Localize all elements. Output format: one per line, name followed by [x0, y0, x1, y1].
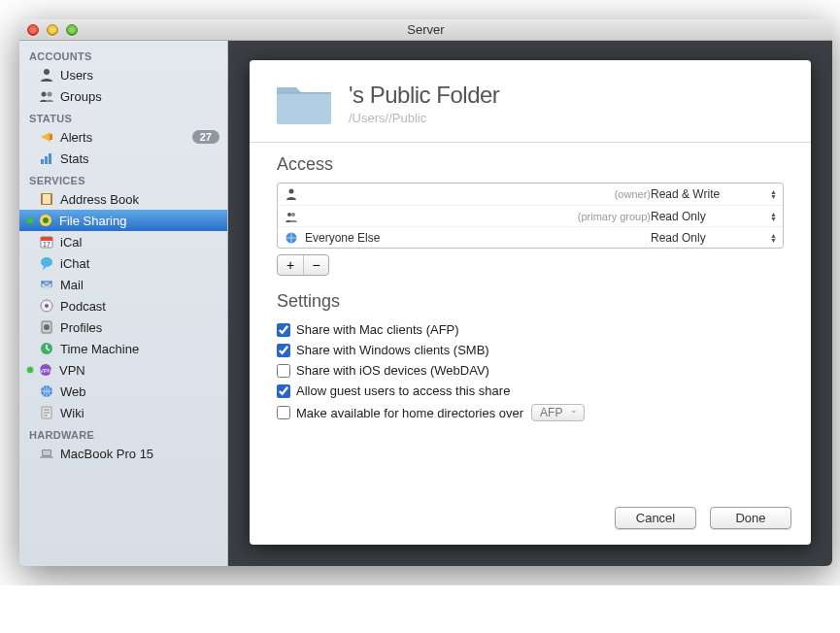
sidebar-item-ichat[interactable]: iChat — [19, 252, 227, 274]
share-path: /Users//Public — [349, 111, 788, 125]
sidebar-item-timemachine[interactable]: Time Machine — [19, 338, 227, 359]
sidebar-item-alerts[interactable]: Alerts 27 — [19, 126, 227, 148]
access-permission[interactable]: Read Only ▲▼ — [651, 210, 777, 223]
window-title: Server — [19, 22, 832, 37]
setting-label: Share with Windows clients (SMB) — [296, 343, 489, 357]
vpn-icon: VPN — [38, 362, 53, 378]
sidebar-section-status: STATUS — [19, 107, 227, 126]
main-content: 's Public Folder /Users//Public Access — [228, 41, 832, 566]
add-remove-control: + − — [277, 254, 329, 276]
setting-homedirs[interactable]: Make available for home directories over… — [277, 401, 784, 424]
svg-rect-8 — [43, 194, 50, 204]
user-icon — [39, 67, 54, 83]
svg-point-1 — [42, 92, 47, 97]
stats-icon — [39, 150, 54, 166]
svg-point-30 — [287, 213, 291, 217]
done-button[interactable]: Done — [710, 507, 791, 529]
access-type: (owner) — [615, 188, 651, 200]
sidebar-item-label: Alerts — [60, 130, 192, 145]
sidebar-item-mail[interactable]: Mail — [19, 274, 227, 295]
access-row-group[interactable]: (primary group) Read Only ▲▼ — [278, 205, 783, 226]
sidebar-section-hardware: HARDWARE — [19, 423, 227, 443]
sidebar-item-label: Web — [60, 384, 219, 399]
checkbox-guest[interactable] — [277, 384, 290, 398]
settings-section: Settings Share with Mac clients (AFP) Sh… — [250, 280, 811, 428]
svg-text:17: 17 — [43, 241, 50, 248]
access-section: Access (owner) Read & Write ▲▼ — [250, 143, 811, 280]
sidebar-item-users[interactable]: Users — [19, 64, 227, 85]
svg-point-14 — [41, 257, 52, 267]
sidebar-item-vpn[interactable]: VPN VPN — [19, 359, 227, 381]
sidebar-item-ical[interactable]: 17 iCal — [19, 231, 227, 252]
homedirs-protocol-select[interactable]: AFP — [531, 404, 585, 421]
sheet-header: 's Public Folder /Users//Public — [250, 60, 811, 143]
setting-label: Allow guest users to access this share — [296, 383, 510, 398]
sidebar-item-label: Stats — [60, 151, 219, 166]
titlebar[interactable]: Server — [19, 19, 832, 41]
svg-point-31 — [291, 213, 295, 217]
timemachine-icon — [39, 341, 54, 356]
access-name: Everyone Else — [305, 231, 645, 245]
sidebar-section-services: SERVICES — [19, 169, 227, 188]
setting-label: Make available for home directories over — [296, 406, 523, 420]
status-dot-icon — [27, 367, 33, 373]
sidebar-item-label: Profiles — [60, 320, 219, 335]
folder-icon — [273, 78, 335, 128]
alerts-badge: 27 — [192, 130, 219, 144]
svg-text:VPN: VPN — [40, 368, 51, 374]
setting-guest[interactable]: Allow guest users to access this share — [277, 381, 784, 401]
checkbox-webdav[interactable] — [277, 364, 290, 378]
sidebar-item-groups[interactable]: Groups — [19, 85, 227, 107]
mail-icon — [39, 277, 54, 292]
sidebar-item-label: Address Book — [60, 192, 219, 207]
svg-rect-27 — [43, 450, 50, 455]
sidebar-item-label: Podcast — [60, 299, 219, 314]
profiles-icon — [39, 319, 54, 335]
access-permission[interactable]: Read Only ▲▼ — [651, 231, 777, 245]
sidebar-item-label: File Sharing — [59, 214, 219, 228]
svg-rect-6 — [49, 153, 51, 164]
sidebar-item-macbook[interactable]: MacBook Pro 15 — [19, 443, 227, 464]
sidebar-item-web[interactable]: Web — [19, 381, 227, 402]
access-row-everyone[interactable]: Everyone Else Read Only ▲▼ — [278, 226, 783, 248]
stepper-icon[interactable]: ▲▼ — [770, 233, 777, 243]
setting-label: Share with iOS devices (WebDAV) — [296, 363, 489, 378]
svg-point-29 — [289, 189, 294, 194]
stepper-icon[interactable]: ▲▼ — [770, 189, 777, 199]
svg-point-0 — [44, 69, 50, 75]
checkbox-homedirs[interactable] — [277, 406, 290, 419]
sidebar-item-label: VPN — [59, 363, 219, 378]
setting-webdav[interactable]: Share with iOS devices (WebDAV) — [277, 360, 784, 381]
filesharing-icon — [38, 213, 53, 228]
group-icon — [39, 88, 54, 104]
access-permission[interactable]: Read & Write ▲▼ — [651, 187, 777, 201]
add-access-button[interactable]: + — [278, 255, 303, 275]
setting-smb[interactable]: Share with Windows clients (SMB) — [277, 340, 784, 360]
access-row-owner[interactable]: (owner) Read & Write ▲▼ — [278, 183, 783, 205]
sidebar-item-profiles[interactable]: Profiles — [19, 316, 227, 338]
sidebar-item-label: Groups — [60, 89, 219, 104]
sidebar-item-label: iChat — [60, 256, 219, 271]
sidebar-item-label: Wiki — [60, 406, 219, 420]
svg-rect-5 — [45, 156, 48, 164]
sidebar-item-stats[interactable]: Stats — [19, 148, 227, 169]
sidebar-item-wiki[interactable]: Wiki — [19, 402, 227, 423]
svg-point-2 — [48, 92, 52, 97]
share-title: 's Public Folder — [349, 82, 788, 109]
sidebar-item-podcast[interactable]: Podcast — [19, 295, 227, 316]
dialog-buttons: Cancel Done — [250, 493, 811, 545]
remove-access-button[interactable]: − — [303, 255, 328, 275]
checkbox-afp[interactable] — [277, 323, 290, 337]
svg-point-10 — [43, 217, 49, 223]
setting-afp[interactable]: Share with Mac clients (AFP) — [277, 319, 784, 340]
checkbox-smb[interactable] — [277, 344, 290, 357]
ichat-icon — [39, 255, 54, 271]
sidebar-item-addressbook[interactable]: Address Book — [19, 188, 227, 210]
podcast-icon — [39, 298, 54, 314]
stepper-icon[interactable]: ▲▼ — [770, 212, 777, 221]
cancel-button[interactable]: Cancel — [615, 507, 696, 529]
svg-point-18 — [45, 304, 49, 308]
alert-icon — [39, 129, 54, 145]
sidebar-item-filesharing[interactable]: File Sharing — [19, 210, 227, 231]
sidebar: ACCOUNTS Users Groups STATUS Alerts 27 S… — [19, 41, 228, 566]
